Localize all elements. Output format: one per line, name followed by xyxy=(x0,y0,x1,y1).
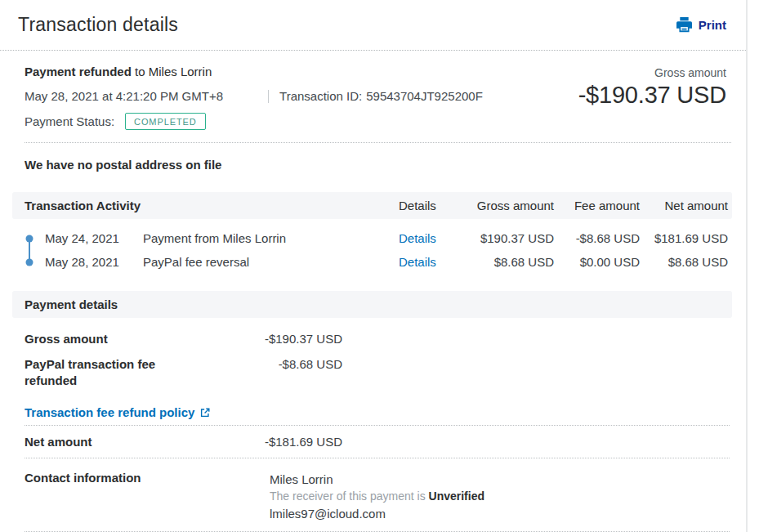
fee-refund-policy-link[interactable]: Transaction fee refund policy xyxy=(25,405,211,419)
activity-net: $8.68 USD xyxy=(640,255,728,269)
receiver-status: Unverified xyxy=(429,490,484,503)
external-link-icon xyxy=(199,407,211,418)
detail-value: -$190.37 USD xyxy=(265,331,342,347)
activity-fee: $0.00 USD xyxy=(554,255,640,269)
payment-details-title: Payment details xyxy=(12,291,732,318)
net-amount-row: Net amount -$181.69 USD xyxy=(25,434,342,450)
policy-link-row: Transaction fee refund policy xyxy=(25,405,732,419)
column-header-fee: Fee amount xyxy=(554,199,640,212)
activity-title: Transaction Activity xyxy=(25,199,399,212)
net-amount-label: Net amount xyxy=(25,434,92,450)
details-link[interactable]: Details xyxy=(399,231,476,245)
transaction-details-page: Transaction details Print Payment refund… xyxy=(0,0,748,532)
activity-date: May 24, 2021 xyxy=(45,231,143,245)
transaction-date: May 28, 2021 at 4:21:20 PM GMT+8 xyxy=(25,89,223,103)
activity-description: Payment from Miles Lorrin xyxy=(143,231,399,245)
date-and-id-row: May 28, 2021 at 4:21:20 PM GMT+8 Transac… xyxy=(25,89,483,103)
payment-headline: Payment refunded to Miles Lorrin xyxy=(25,65,483,78)
activity-rows: May 24, 2021 Payment from Miles Lorrin D… xyxy=(12,219,732,274)
activity-fee: -$8.68 USD xyxy=(554,231,640,245)
gross-amount-block: Gross amount -$190.37 USD xyxy=(578,65,726,130)
transaction-id: 59543704JT925200F xyxy=(366,89,483,103)
detail-label: Gross amount xyxy=(25,331,108,347)
summary-section: Payment refunded to Miles Lorrin May 28,… xyxy=(0,51,746,130)
activity-date: May 28, 2021 xyxy=(45,255,143,269)
contact-information-row: Contact information Miles Lorrin The rec… xyxy=(25,471,732,522)
net-amount-value: -$181.69 USD xyxy=(265,434,342,450)
divider xyxy=(25,458,730,458)
transaction-id-label: Transaction ID: xyxy=(279,89,362,103)
activity-net: $181.69 USD xyxy=(640,231,728,245)
payment-status-label: Payment Status: xyxy=(25,114,114,128)
print-label: Print xyxy=(699,18,726,32)
policy-link-label: Transaction fee refund policy xyxy=(25,405,194,419)
page-header: Transaction details Print xyxy=(0,0,746,51)
payment-details-section: Payment details Gross amount -$190.37 US… xyxy=(12,291,732,532)
gross-amount-value: -$190.37 USD xyxy=(578,82,726,109)
vertical-separator xyxy=(268,90,269,103)
contact-email: lmiles97@icloud.com xyxy=(270,505,484,522)
contact-label: Contact information xyxy=(25,471,270,522)
column-header-gross: Gross amount xyxy=(476,199,554,212)
detail-label: PayPal transaction fee refunded xyxy=(25,356,188,389)
printer-icon xyxy=(676,17,693,33)
details-link[interactable]: Details xyxy=(399,255,476,269)
column-header-net: Net amount xyxy=(640,199,728,212)
activity-header-bar: Transaction Activity Details Gross amoun… xyxy=(12,192,732,219)
divider xyxy=(25,142,731,143)
contact-name: Miles Lorrin xyxy=(270,471,484,488)
receiver-status-line: The receiver of this payment is Unverifi… xyxy=(270,488,484,505)
column-header-details: Details xyxy=(399,199,476,212)
status-badge: COMPLETED xyxy=(125,113,206,130)
activity-row: May 24, 2021 Payment from Miles Lorrin D… xyxy=(12,226,732,250)
activity-gross: $190.37 USD xyxy=(476,231,554,245)
activity-description: PayPal fee reversal xyxy=(143,255,399,269)
contact-info-block: Miles Lorrin The receiver of this paymen… xyxy=(270,471,484,522)
payment-status-row: Payment Status: COMPLETED xyxy=(25,113,483,130)
page-title: Transaction details xyxy=(18,14,178,36)
payment-recipient: to Miles Lorrin xyxy=(132,65,212,78)
gross-amount-label: Gross amount xyxy=(578,66,726,79)
timeline-graphic xyxy=(22,226,37,277)
payment-detail-row: PayPal transaction fee refunded -$8.68 U… xyxy=(25,356,342,389)
activity-row: May 28, 2021 PayPal fee reversal Details… xyxy=(12,250,732,274)
payment-type: Payment refunded xyxy=(25,65,132,78)
transaction-activity-section: Transaction Activity Details Gross amoun… xyxy=(12,192,732,274)
postal-address-notice: We have no postal address on file xyxy=(25,158,721,172)
activity-gross: $8.68 USD xyxy=(476,255,554,269)
detail-value: -$8.68 USD xyxy=(279,356,342,389)
payment-detail-row: Gross amount -$190.37 USD xyxy=(25,331,342,347)
print-button[interactable]: Print xyxy=(676,17,726,33)
divider xyxy=(25,425,730,426)
receiver-status-prefix: The receiver of this payment is xyxy=(270,490,429,503)
